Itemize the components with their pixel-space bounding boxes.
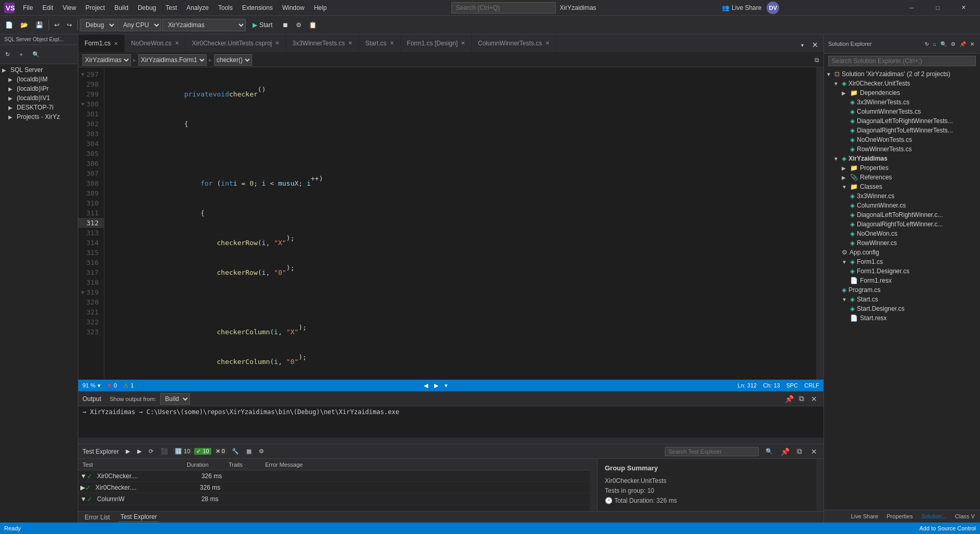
tab-form1design[interactable]: Form1.cs [Design] ✕ xyxy=(401,34,472,52)
save-button[interactable]: 💾 xyxy=(32,18,46,32)
namespace-dropdown[interactable]: XirYzaidimas xyxy=(82,54,131,66)
redo-button[interactable]: ↪ xyxy=(64,18,75,32)
test-search-btn[interactable]: 🔍 xyxy=(763,446,775,457)
tab-3x3-close[interactable]: ✕ xyxy=(348,40,352,46)
menu-project[interactable]: Project xyxy=(81,3,109,13)
tab-form1design-close[interactable]: ✕ xyxy=(461,40,465,46)
tab-start-close[interactable]: ✕ xyxy=(390,40,394,46)
new-project-button[interactable]: 📄 xyxy=(2,18,16,32)
nav-prev[interactable]: ◀ xyxy=(424,382,428,389)
add-source-control-btn[interactable]: Add to Source Control xyxy=(919,525,976,531)
sol-startcs[interactable]: ▼ ◈ Start.cs xyxy=(824,295,980,304)
restore-button[interactable]: □ xyxy=(926,0,950,16)
sol-main-project[interactable]: ▼ ◈ XirYzaidimas xyxy=(824,154,980,163)
sol-rowwinner[interactable]: ◈ RowWinner.cs xyxy=(824,238,980,248)
test-summary-scrollbar[interactable] xyxy=(816,459,823,511)
sol-dependencies[interactable]: ▶ 📁 Dependencies xyxy=(824,88,980,98)
test-search-input[interactable] xyxy=(665,447,759,456)
sol-root[interactable]: ▼ ⊡ Solution 'XirYzaidimas' (2 of 2 proj… xyxy=(824,69,980,79)
tab-unittest[interactable]: Xir0Checker.UnitTests.csproj ✕ xyxy=(186,34,286,52)
solution-search-input[interactable] xyxy=(828,56,976,66)
sol-form1designer[interactable]: ◈ Form1.Designer.cs xyxy=(824,266,980,276)
sol-3x3winner[interactable]: ◈ 3x3Winner.cs xyxy=(824,191,980,201)
menu-extensions[interactable]: Extensions xyxy=(238,3,277,13)
sql-btn3[interactable]: 🔍 xyxy=(29,47,43,62)
fold-300[interactable]: ▼ xyxy=(78,99,85,109)
sql-item-0[interactable]: ▶ SQL Server xyxy=(0,65,78,75)
test-float-btn[interactable]: ⧉ xyxy=(794,446,805,457)
stop-tests-btn[interactable]: ⬛ xyxy=(158,446,171,457)
tab-columnwinner[interactable]: ColumnWinnerTests.cs ✕ xyxy=(472,34,556,52)
nav-next[interactable]: ▶ xyxy=(434,382,438,389)
sol-noonewon[interactable]: ◈ NoOneWon.cs xyxy=(824,229,980,238)
tab-noonewon-close[interactable]: ✕ xyxy=(175,40,179,46)
config-dropdown[interactable]: Debug xyxy=(80,19,116,31)
tab-error-list[interactable]: Error List xyxy=(82,513,112,522)
sql-item-1[interactable]: ▶ (localdb)\M xyxy=(0,75,78,84)
test-row-0[interactable]: ▼ ✓ Xir0Checker.... 326 ms xyxy=(78,470,590,482)
test-close-btn[interactable]: ✕ xyxy=(809,446,819,457)
sol-startdesigner[interactable]: ◈ Start.Designer.cs xyxy=(824,304,980,313)
sol-references[interactable]: ▶ 📎 References xyxy=(824,173,980,182)
live-share-button[interactable]: 👥 Live Share xyxy=(716,2,767,14)
sol-noone-tests[interactable]: ◈ NoOneWonTests.cs xyxy=(824,135,980,144)
test-expand-2[interactable]: ▼ xyxy=(78,495,87,503)
sol-programcs[interactable]: ◈ Program.cs xyxy=(824,285,980,295)
sol-sync-btn[interactable]: ↻ xyxy=(923,37,930,51)
menu-help[interactable]: Help xyxy=(309,3,331,13)
sol-close-btn[interactable]: ✕ xyxy=(969,37,976,51)
test-expand-0[interactable]: ▼ xyxy=(78,472,87,480)
test-group-btn[interactable]: ▦ xyxy=(244,446,254,457)
sol-classes[interactable]: ▼ 📁 Classes xyxy=(824,182,980,191)
new-tab-btn[interactable]: ✕ xyxy=(809,38,821,52)
tab-test-explorer[interactable]: Test Explorer xyxy=(118,512,159,522)
menu-analyze[interactable]: Analyze xyxy=(182,3,213,13)
toolbar-extra1[interactable]: ⚙ xyxy=(293,18,305,32)
sol-appconfig[interactable]: ⚙ App.config xyxy=(824,248,980,257)
tab-unittest-close[interactable]: ✕ xyxy=(275,40,279,46)
expand-form1[interactable]: ▼ xyxy=(842,259,848,265)
sol-startresx[interactable]: 📄 Start.resx xyxy=(824,313,980,323)
sol-diagrightwinner[interactable]: ◈ DiagonalRightToLeftWinner.c... xyxy=(824,220,980,229)
sol-colwinner[interactable]: ◈ ColumnWinner.cs xyxy=(824,201,980,210)
nav-menu[interactable]: ▾ xyxy=(445,382,448,389)
tab-form1cs-close[interactable]: ✕ xyxy=(114,41,118,46)
expand-props[interactable]: ▶ xyxy=(842,165,848,171)
test-list-scrollbar[interactable] xyxy=(590,459,597,511)
sol-form1resx[interactable]: 📄 Form1.resx xyxy=(824,276,980,285)
sol-properties-btn[interactable]: Properties xyxy=(883,512,916,520)
sol-colwinner-tests[interactable]: ◈ ColumnWinnerTests.cs xyxy=(824,107,980,116)
sql-item-5[interactable]: ▶ Projects - XirYz xyxy=(0,112,78,122)
sol-form1cs[interactable]: ▼ ◈ Form1.cs xyxy=(824,257,980,266)
sol-solution-btn[interactable]: Solution... xyxy=(918,512,950,520)
sol-options-btn[interactable]: ⚙ xyxy=(949,37,957,51)
output-pin-btn[interactable]: 📌 xyxy=(784,394,794,404)
expand-classes[interactable]: ▼ xyxy=(842,184,848,190)
sol-diagleftwinner[interactable]: ◈ DiagonalLeftToRightWinner.c... xyxy=(824,210,980,220)
editor-scrollbar[interactable] xyxy=(816,67,823,380)
sol-diagright-tests[interactable]: ◈ DiagonalRightToLeftWinnerTests... xyxy=(824,126,980,135)
menu-debug[interactable]: Debug xyxy=(134,3,160,13)
expand-start[interactable]: ▼ xyxy=(842,297,848,302)
run-all-tests-btn[interactable]: ▶ xyxy=(123,446,133,457)
sql-item-2[interactable]: ▶ (localdb)\Pr xyxy=(0,84,78,93)
expand-main[interactable]: ▼ xyxy=(833,156,840,162)
expand-unittest[interactable]: ▼ xyxy=(833,81,840,87)
sol-3x3winner-tests[interactable]: ◈ 3x3WinnerTests.cs xyxy=(824,98,980,107)
output-scrollbar[interactable] xyxy=(78,438,823,444)
test-row-2[interactable]: ▼ ✓ ColumnW 28 ms xyxy=(78,493,590,505)
warning-item[interactable]: ⚠ 1 xyxy=(123,382,134,389)
title-search-input[interactable] xyxy=(451,2,556,14)
sol-unittest-project[interactable]: ▼ ◈ Xir0Checker.UnitTests xyxy=(824,79,980,88)
output-float-btn[interactable]: ⧉ xyxy=(796,394,807,404)
sql-item-3[interactable]: ▶ (localdb)\V1 xyxy=(0,93,78,103)
sol-filter-btn[interactable]: 🔍 xyxy=(939,37,948,51)
code-editor[interactable]: private void checker() { for (int i = 0;… xyxy=(104,67,816,380)
sol-rowwinner-tests[interactable]: ◈ RowWinnerTests.cs xyxy=(824,144,980,154)
output-source-dropdown[interactable]: Build xyxy=(160,393,190,405)
method-dropdown[interactable]: checker() xyxy=(214,54,252,66)
sol-properties[interactable]: ▶ 📁 Properties xyxy=(824,163,980,173)
expand-dep[interactable]: ▶ xyxy=(842,90,848,96)
tab-noonewon[interactable]: NoOneWon.cs ✕ xyxy=(125,34,186,52)
fold-297[interactable]: ▼ xyxy=(78,69,85,79)
